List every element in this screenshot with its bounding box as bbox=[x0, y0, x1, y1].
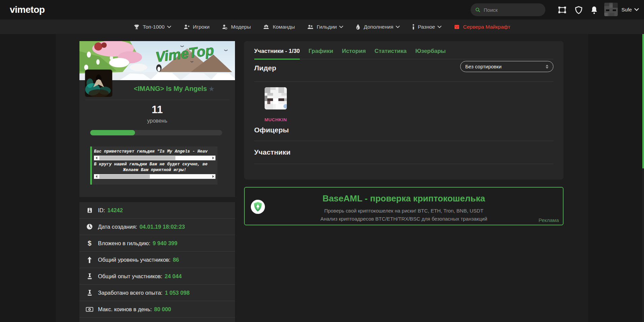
search-box[interactable] bbox=[471, 3, 545, 16]
id-card-icon bbox=[85, 207, 94, 214]
chevron-down-icon bbox=[396, 26, 400, 28]
nav-item-guilds[interactable]: Гильдии bbox=[307, 24, 344, 30]
scrollbar-thumb[interactable] bbox=[99, 174, 150, 179]
divider bbox=[85, 100, 229, 100]
nav-item-label: Команды bbox=[273, 24, 295, 30]
nav-item-players[interactable]: Игроки bbox=[183, 24, 209, 30]
guild-level-label: уровень bbox=[79, 118, 235, 124]
minecraft-block-icon bbox=[454, 24, 460, 30]
level-progress-fill bbox=[90, 130, 135, 135]
nav-item-label: Топ-1000 bbox=[143, 24, 165, 30]
nav-item-teams[interactable]: Команды bbox=[263, 24, 295, 30]
tab-members[interactable]: Участники - 1/30 bbox=[254, 48, 300, 59]
scrollbar-thumb[interactable] bbox=[99, 156, 175, 160]
stat-row-earned-xp: Заработано всего опыта: 1 053 098 bbox=[79, 285, 235, 301]
nav-item-label: Гильдии bbox=[317, 24, 337, 30]
user-menu[interactable]: Sufe bbox=[604, 3, 639, 16]
guild-level: 11 bbox=[79, 104, 235, 116]
stat-row-invested: $ Вложено в гильдию: 9 940 399 bbox=[79, 235, 235, 252]
nav-item-minecraft-servers[interactable]: Сервера Майкрафт bbox=[454, 24, 510, 30]
chevron-down-icon bbox=[167, 26, 171, 28]
chevron-down-icon bbox=[339, 26, 343, 28]
guilds-icon bbox=[307, 24, 314, 30]
scroll-right-arrow[interactable] bbox=[211, 156, 215, 160]
avatar bbox=[604, 3, 618, 16]
search-icon bbox=[475, 7, 480, 13]
stat-row-created: Дата создания: 04.01.19 18:02:23 bbox=[79, 219, 235, 235]
horizontal-scrollbar[interactable] bbox=[94, 156, 215, 160]
arrow-up-icon bbox=[85, 257, 94, 263]
member-name[interactable]: MUCHKIN bbox=[249, 117, 303, 122]
banknote-icon bbox=[85, 307, 94, 312]
nav-item-addons[interactable]: Дополнения bbox=[355, 24, 400, 30]
teams-icon bbox=[263, 24, 270, 30]
scroll-right-arrow[interactable] bbox=[211, 174, 215, 179]
ad-text-line: Анализ криптоадресов BTC/ETH/TRX/BSC для… bbox=[245, 216, 563, 222]
divider bbox=[254, 164, 553, 164]
main-nav: Топ-1000 Игроки Модеры Команды Гильдии Д… bbox=[0, 20, 644, 34]
tab-statistics[interactable]: Статистика bbox=[375, 48, 407, 59]
welcome-line: Желаем Вам приятной игры! bbox=[94, 167, 215, 173]
chevron-down-icon bbox=[437, 26, 442, 28]
flask-icon bbox=[85, 290, 94, 296]
section-title-officers: Офицеры bbox=[254, 126, 289, 134]
tab-bar: Участники - 1/30 Графики История Статист… bbox=[254, 48, 553, 59]
members-panel: Участники - 1/30 Графики История Статист… bbox=[244, 41, 564, 180]
chevron-down-icon bbox=[634, 8, 639, 11]
horizontal-scrollbar[interactable] bbox=[94, 174, 215, 179]
status-dot bbox=[283, 104, 287, 108]
user-name: Sufe bbox=[621, 7, 632, 12]
section-title-leader: Лидер bbox=[254, 64, 276, 72]
clock-icon bbox=[85, 223, 94, 230]
nav-item-moders[interactable]: Модеры bbox=[222, 24, 251, 30]
bell-icon[interactable] bbox=[590, 6, 599, 14]
nav-item-top1000[interactable]: Топ-1000 bbox=[134, 24, 171, 30]
user-plus-icon bbox=[183, 24, 190, 30]
ad-banner[interactable]: BaseAML - проверка криптокошелька Провер… bbox=[244, 187, 564, 225]
scroll-left-arrow[interactable] bbox=[94, 156, 99, 160]
guild-welcome-message: Вас приветствует гильдия "Is My Angels -… bbox=[90, 147, 217, 185]
nav-item-misc[interactable]: Разное bbox=[412, 24, 442, 30]
stat-row-total-xp: Общий опыт участников: 24 044 bbox=[79, 268, 235, 285]
stat-row-total-level: Общий уровень участников: 86 bbox=[79, 252, 235, 268]
level-progress-bar bbox=[90, 130, 222, 135]
page-scrollbar[interactable] bbox=[642, 0, 644, 322]
nav-item-label: Дополнения bbox=[364, 24, 393, 30]
sort-select-value: Без сортировки bbox=[465, 64, 546, 69]
sort-select[interactable]: Без сортировки bbox=[460, 61, 553, 72]
guild-avatar[interactable] bbox=[85, 70, 112, 97]
ad-text-line: Проверь свой криптокошелек на риски! BTC… bbox=[245, 208, 563, 214]
guild-stats-card: ID: 14242 Дата создания: 04.01.19 18:02:… bbox=[79, 202, 235, 322]
star-icon: ★ bbox=[209, 86, 214, 92]
tab-userbars[interactable]: Юзербары bbox=[415, 48, 446, 59]
info-icon bbox=[412, 24, 415, 30]
section-title-members: Участники bbox=[254, 148, 291, 156]
tab-history[interactable]: История bbox=[342, 48, 366, 59]
nav-item-label: Сервера Майкрафт bbox=[463, 24, 510, 30]
flask-icon bbox=[85, 273, 94, 280]
search-input[interactable] bbox=[484, 7, 541, 13]
select-spinner-icon bbox=[546, 65, 548, 69]
header: vimetop Sufe bbox=[0, 0, 644, 20]
ad-badge: Реклама bbox=[539, 217, 559, 223]
site-logo[interactable]: vimetop bbox=[10, 4, 45, 15]
drop-icon bbox=[355, 24, 361, 30]
stat-row-max-coins: Макс. коинов в день: 80 000 bbox=[79, 301, 235, 318]
guild-name: <IMANG> Is My Angels ★ bbox=[113, 85, 235, 93]
stat-row-partial bbox=[79, 318, 235, 322]
nav-item-label: Игроки bbox=[193, 24, 209, 30]
trophy-icon bbox=[134, 24, 140, 30]
nav-item-label: Модеры bbox=[231, 24, 251, 30]
stat-row-id: ID: 14242 bbox=[79, 202, 235, 219]
member-tile[interactable]: MUCHKIN bbox=[265, 87, 287, 109]
scroll-left-arrow[interactable] bbox=[94, 174, 99, 179]
tab-charts[interactable]: Графики bbox=[309, 48, 333, 59]
frame-icon[interactable] bbox=[558, 6, 567, 14]
guild-card: VimeTop <IMANG> Is My Angels ★ 11 уровен… bbox=[79, 41, 235, 197]
divider bbox=[254, 82, 553, 82]
welcome-line: Вас приветствует гильдия "Is My Angels -… bbox=[94, 149, 215, 155]
nav-item-label: Разное bbox=[418, 24, 435, 30]
welcome-line: В кругу нашей гильдии Вам не будет скучн… bbox=[94, 162, 215, 167]
shield-icon[interactable] bbox=[574, 6, 583, 14]
ad-title: BaseAML - проверка криптокошелька bbox=[245, 193, 563, 204]
